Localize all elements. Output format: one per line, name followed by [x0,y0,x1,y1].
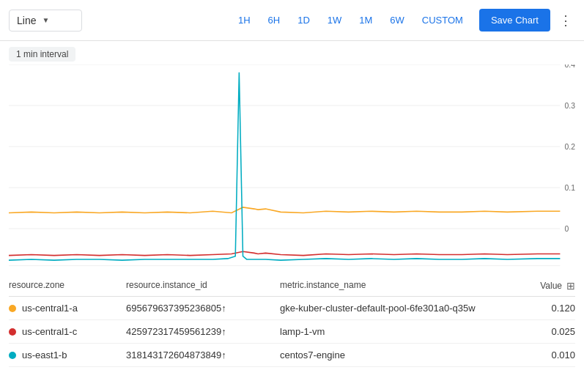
table-row: us-east1-b 318143172604873849↑ centos7-e… [9,344,575,367]
chart-svg: 12:50 12:55 1 PM 1:05 1:10 1:15 1:20 1:2… [9,64,575,270]
instance-id: 695679637395236805↑ [126,303,280,314]
zone-label: us-central1-a [22,303,78,314]
instance-id: 318143172604873849↑ [126,350,280,360]
chart-type-dropdown[interactable]: Line ▼ [9,10,82,32]
col-value-header: Value ⊞ [517,280,575,292]
metric-name: centos7-engine [280,350,517,360]
metric-name: gke-kuber-cluster-default-pool-6fe301a0-… [280,303,517,314]
svg-text:0.3: 0.3 [565,101,575,110]
zone-label: us-central1-c [22,326,77,337]
time-range-buttons: 1H6H1D1W1M6WCUSTOM [231,10,470,30]
table-row: us-central1-a 695679637395236805↑ gke-ku… [9,297,575,320]
chart-area: 1 min interval 12:50 12:55 1 PM 1:05 1:1… [0,41,584,273]
row-zone-1: us-central1-c [9,326,126,337]
dot-icon [9,352,16,359]
chart-container: 12:50 12:55 1 PM 1:05 1:10 1:15 1:20 1:2… [9,64,575,270]
save-chart-button[interactable]: Save Chart [479,9,550,32]
table-row: us-central1-c 425972317459561239↑ lamp-1… [9,320,575,344]
dot-icon [9,328,16,336]
time-btn-6h[interactable]: 6H [261,10,288,30]
table-area: resource.zone resource.instance_id metri… [0,275,584,367]
table-rows: us-central1-a 695679637395236805↑ gke-ku… [9,297,575,367]
time-btn-1h[interactable]: 1H [231,10,258,30]
more-options-button[interactable]: ⋮ [556,10,575,32]
time-btn-1w[interactable]: 1W [320,10,350,30]
value-cell: 0.025 [517,326,575,337]
value-cell: 0.010 [517,350,575,360]
toolbar: Line ▼ 1H6H1D1W1M6WCUSTOM Save Chart ⋮ [0,0,584,41]
svg-text:0.2: 0.2 [565,142,575,151]
svg-text:0.4: 0.4 [565,64,575,69]
row-zone-2: us-east1-b [9,350,126,360]
time-btn-custom[interactable]: CUSTOM [415,10,470,30]
svg-text:0.1: 0.1 [565,183,575,192]
row-zone-0: us-central1-a [9,303,126,314]
time-btn-1m[interactable]: 1M [352,10,380,30]
columns-icon[interactable]: ⊞ [566,280,575,292]
value-cell: 0.120 [517,303,575,314]
chart-type-label: Line [17,15,36,26]
metric-name: lamp-1-vm [280,326,517,337]
instance-id: 425972317459561239↑ [126,326,280,337]
time-btn-1d[interactable]: 1D [290,10,317,30]
chevron-down-icon: ▼ [42,16,49,24]
time-btn-6w[interactable]: 6W [382,10,412,30]
col-metric-header: metric.instance_name [280,280,517,292]
col-zone-header: resource.zone [9,280,126,292]
dot-icon [9,305,16,312]
interval-badge: 1 min interval [9,47,75,62]
zone-label: us-east1-b [22,350,67,360]
table-header: resource.zone resource.instance_id metri… [9,275,575,297]
col-instance-header: resource.instance_id [126,280,280,292]
svg-text:0: 0 [565,224,569,233]
